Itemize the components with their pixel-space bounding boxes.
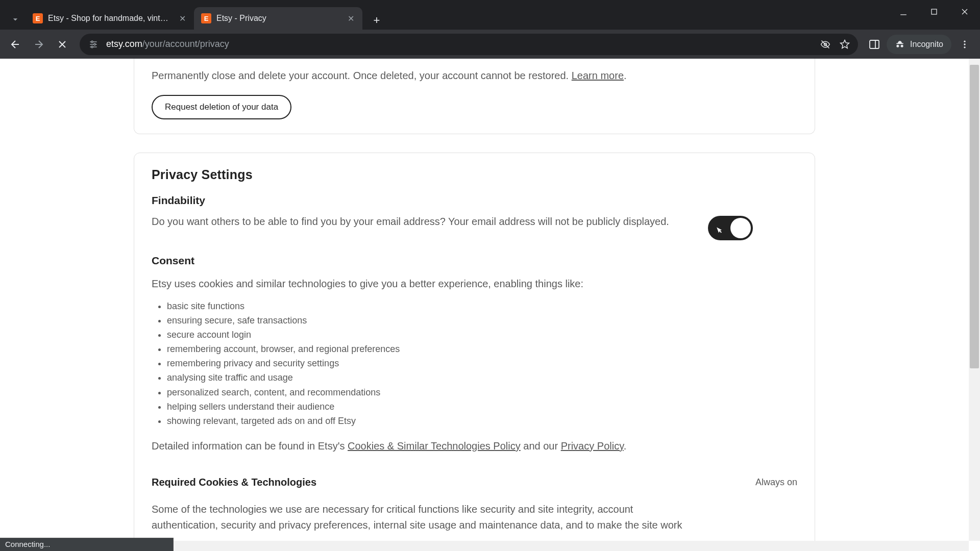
bookmark-icon[interactable] — [840, 39, 850, 49]
delete-description: Permanently close and delete your accoun… — [152, 68, 797, 84]
scrollbar-thumb[interactable] — [970, 65, 979, 368]
list-item: showing relevant, targeted ads on and of… — [167, 414, 797, 428]
window-controls — [888, 0, 980, 23]
close-icon[interactable]: ✕ — [346, 14, 355, 23]
svg-point-17 — [964, 43, 965, 45]
svg-rect-1 — [932, 9, 937, 14]
toolbar: etsy.com/your/account/privacy Incognito — [0, 30, 980, 59]
learn-more-link[interactable]: Learn more — [572, 70, 624, 81]
required-cookies-row: Required Cookies & Technologies Always o… — [152, 477, 797, 488]
minimize-button[interactable] — [888, 0, 919, 23]
new-tab-button[interactable]: + — [368, 11, 386, 30]
svg-point-10 — [94, 43, 95, 45]
incognito-icon — [895, 39, 905, 49]
page-viewport: Permanently close and delete your accoun… — [0, 59, 980, 551]
etsy-favicon-icon: E — [33, 13, 43, 23]
url-text: etsy.com/your/account/privacy — [106, 39, 813, 49]
back-button[interactable] — [5, 34, 26, 55]
svg-point-18 — [964, 46, 965, 48]
consent-intro: Etsy uses cookies and similar technologi… — [152, 276, 797, 292]
status-bar: Connecting... — [0, 538, 174, 551]
address-bar[interactable]: etsy.com/your/account/privacy — [80, 34, 858, 55]
tab-title: Etsy - Shop for handmade, vint… — [48, 14, 173, 23]
incognito-label: Incognito — [910, 40, 943, 49]
etsy-favicon-icon: E — [201, 13, 211, 23]
content-area: Permanently close and delete your accoun… — [134, 59, 815, 551]
always-on-label: Always on — [755, 477, 797, 488]
list-item: remembering account, browser, and region… — [167, 342, 797, 356]
tracking-blocked-icon[interactable] — [820, 39, 830, 49]
vertical-scrollbar[interactable] — [969, 59, 980, 541]
privacy-settings-heading: Privacy Settings — [152, 167, 797, 182]
forward-button[interactable] — [29, 34, 49, 55]
list-item: analysing site traffic and usage — [167, 370, 797, 385]
request-deletion-button[interactable]: Request deletion of your data — [152, 95, 291, 119]
close-icon[interactable]: ✕ — [178, 14, 187, 23]
tab-title: Etsy - Privacy — [216, 14, 341, 23]
privacy-settings-card: Privacy Settings Findability Do you want… — [134, 153, 815, 551]
tab-strip: E Etsy - Shop for handmade, vint… ✕ E Et… — [0, 0, 980, 30]
browser-menu-button[interactable] — [954, 34, 975, 55]
incognito-badge[interactable]: Incognito — [887, 35, 951, 54]
delete-account-card: Permanently close and delete your accoun… — [134, 59, 815, 134]
svg-point-11 — [91, 46, 93, 47]
tab-etsy-shop[interactable]: E Etsy - Shop for handmade, vint… ✕ — [26, 7, 194, 30]
consent-detail: Detailed information can be found in Ets… — [152, 438, 797, 454]
required-cookies-description: Some of the technologies we use are nece… — [152, 502, 693, 533]
list-item: personalized search, content, and recomm… — [167, 385, 797, 399]
maximize-button[interactable] — [919, 0, 949, 23]
site-settings-icon[interactable] — [88, 39, 99, 50]
svg-rect-14 — [870, 40, 879, 48]
findability-toggle[interactable] — [708, 216, 753, 240]
findability-description: Do you want others to be able to find yo… — [152, 214, 688, 230]
list-item: basic site functions — [167, 299, 797, 313]
findability-row: Do you want others to be able to find yo… — [152, 214, 797, 240]
stop-reload-button[interactable] — [52, 34, 72, 55]
list-item: ensuring secure, safe transactions — [167, 313, 797, 328]
required-cookies-heading: Required Cookies & Technologies — [152, 477, 316, 488]
consent-list: basic site functions ensuring secure, sa… — [167, 299, 797, 428]
toggle-knob — [730, 218, 751, 238]
list-item: secure account login — [167, 328, 797, 342]
cookies-policy-link[interactable]: Cookies & Similar Technologies Policy — [348, 440, 521, 452]
list-item: remembering privacy and security setting… — [167, 356, 797, 370]
tabs-dropdown[interactable] — [5, 9, 26, 30]
consent-heading: Consent — [152, 255, 797, 267]
list-item: helping sellers understand their audienc… — [167, 399, 797, 414]
browser-chrome: E Etsy - Shop for handmade, vint… ✕ E Et… — [0, 0, 980, 59]
privacy-policy-link[interactable]: Privacy Policy — [561, 440, 624, 452]
findability-heading: Findability — [152, 194, 797, 207]
svg-point-9 — [91, 41, 93, 42]
tab-etsy-privacy[interactable]: E Etsy - Privacy ✕ — [194, 7, 362, 30]
side-panel-icon[interactable] — [868, 38, 880, 51]
cursor-icon — [713, 223, 727, 240]
close-window-button[interactable] — [949, 0, 980, 23]
svg-point-16 — [964, 40, 965, 42]
